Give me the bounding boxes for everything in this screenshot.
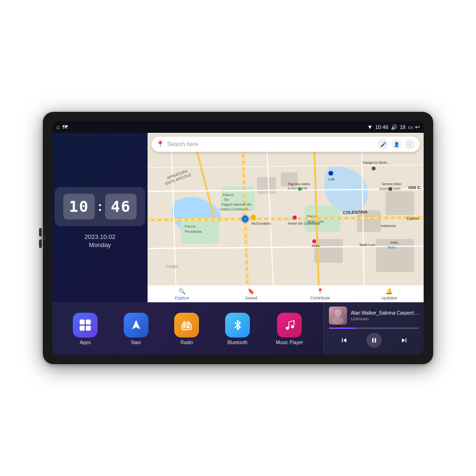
svg-rect-21 (293, 216, 297, 219)
music-info: Alan Walker_Sabrina Carpenter_F... Unkno… (329, 307, 419, 325)
svg-point-30 (312, 239, 316, 243)
date-text: 2023.10.02 (84, 233, 115, 240)
app-bluetooth[interactable]: Bluetooth (225, 313, 250, 345)
radio-label: Radio (180, 340, 193, 345)
day-text: Monday (84, 241, 115, 248)
app-navi[interactable]: Navi (124, 313, 149, 345)
svg-rect-48 (86, 319, 91, 325)
map-bottom-bar: 🔍 Explore 🔖 Saved 📍 Contribute (148, 285, 424, 302)
status-left: ⌂ 🗺 (56, 124, 68, 130)
car-head-unit: MIC RST ⌂ 🗺 ▼ 10:46 🔊 18 ▭ ↩ (43, 112, 433, 364)
top-section: 10 : 46 2023.10.02 Monday (52, 133, 424, 302)
svg-rect-10 (257, 177, 276, 194)
svg-rect-13 (386, 191, 414, 215)
navi-label: Navi (131, 340, 141, 345)
clock-hours: 10 (63, 194, 95, 219)
main-content: 10 : 46 2023.10.02 Monday (52, 133, 424, 355)
svg-text:Parcul: Parcul (185, 224, 196, 228)
music-controls (329, 333, 419, 348)
music-next-button[interactable] (397, 333, 412, 348)
clock-minutes: 46 (105, 194, 137, 219)
radio-icon: FM (174, 313, 199, 337)
svg-point-61 (332, 317, 344, 325)
svg-text:Service Moto: Service Moto (382, 182, 401, 186)
map-search-actions: 🎤 👤 ⋮ (378, 139, 415, 149)
svg-text:Institutului: Institutului (381, 224, 396, 228)
wifi-icon: ▼ (367, 124, 373, 130)
music-title: Alan Walker_Sabrina Carpenter_F... (351, 310, 419, 316)
svg-rect-63 (375, 338, 376, 342)
album-art (329, 307, 347, 325)
left-panel: 10 : 46 2023.10.02 Monday (52, 133, 148, 302)
music-play-button[interactable] (367, 333, 382, 348)
svg-text:Roka: Roka (312, 244, 319, 248)
svg-rect-47 (80, 319, 85, 325)
music-progress-bar[interactable] (329, 327, 419, 329)
svg-point-57 (286, 327, 289, 330)
map-search-bar[interactable]: 📍 Search here 🎤 👤 ⋮ (151, 137, 420, 152)
svg-point-53 (187, 326, 189, 328)
navi-icon (124, 313, 149, 337)
svg-text:Tei: Tei (224, 198, 228, 202)
music-details: Alan Walker_Sabrina Carpenter_F... Unkno… (351, 310, 419, 321)
music-player-label: Music Player (276, 340, 303, 345)
app-music[interactable]: Music Player (276, 313, 303, 345)
back-icon[interactable]: ↩ (415, 124, 420, 130)
music-thumbnail (329, 307, 347, 325)
map-tab-explore[interactable]: 🔍 Explore (148, 286, 217, 302)
map-search-input[interactable]: Search here (167, 141, 375, 148)
svg-text:COLENTINA: COLENTINA (343, 209, 368, 215)
svg-rect-50 (86, 326, 91, 331)
map-visual: Parcul Plumbuita Parcul Tei Parcul Motod… (148, 133, 424, 302)
svg-text:Instit...: Instit... (390, 241, 400, 244)
map-tab-saved-label: Saved (245, 296, 258, 300)
map-panel[interactable]: Parcul Plumbuita Parcul Tei Parcul Motod… (148, 133, 424, 302)
screen-icon[interactable]: ▭ (408, 124, 413, 130)
map-mic-icon[interactable]: 🎤 (378, 139, 388, 149)
app-radio[interactable]: FM Radio (174, 313, 199, 345)
side-buttons: MIC RST (39, 228, 42, 248)
home-icon[interactable]: ⌂ (56, 124, 60, 130)
map-tab-contribute[interactable]: 📍 Contribute (286, 286, 355, 302)
svg-text:la bon inscris: la bon inscris (288, 187, 307, 190)
rst-button[interactable] (39, 239, 42, 248)
date-widget: 2023.10.02 Monday (84, 233, 115, 248)
svg-text:Plumbuita: Plumbuita (185, 229, 202, 234)
clock-separator: : (98, 199, 102, 214)
map-profile-icon[interactable]: 👤 (391, 139, 402, 149)
clock-widget: 10 : 46 (55, 187, 145, 226)
svg-text:FM: FM (184, 321, 188, 324)
status-time: 10:46 (375, 124, 388, 130)
status-right: ▼ 10:46 🔊 18 ▭ ↩ (367, 124, 420, 130)
map-tab-updates[interactable]: 🔔 Updates (355, 286, 424, 302)
svg-text:ION C.: ION C. (408, 185, 422, 190)
bluetooth-icon (225, 313, 250, 337)
map-tab-updates-label: Updates (381, 296, 397, 300)
volume-icon: 🔊 (391, 124, 397, 130)
svg-rect-49 (80, 326, 85, 331)
music-player: Alan Walker_Sabrina Carpenter_F... Unkno… (324, 303, 424, 355)
svg-point-19 (250, 215, 256, 220)
music-prev-button[interactable] (337, 333, 352, 348)
battery-level: 18 (400, 124, 406, 130)
map-tab-saved[interactable]: 🔖 Saved (217, 286, 286, 302)
bottom-section: Apps Navi (52, 302, 424, 355)
svg-text:Faguri naturali din: Faguri naturali din (221, 202, 252, 207)
app-apps[interactable]: Apps (73, 313, 98, 345)
maps-shortcut-icon[interactable]: 🗺 (62, 124, 68, 130)
apps-section: Apps Navi (52, 303, 324, 355)
map-menu-icon[interactable]: ⋮ (405, 139, 415, 149)
svg-text:Hotel Sir Colentina: Hotel Sir Colentina (288, 221, 320, 226)
svg-text:Google: Google (166, 264, 178, 268)
svg-text:Lidl: Lidl (328, 177, 335, 181)
svg-text:Autorizat RAR: Autorizat RAR (379, 187, 400, 190)
music-artist: Unknown (351, 317, 419, 321)
svg-text:McDonald's: McDonald's (251, 221, 271, 226)
apps-icon (73, 313, 98, 337)
rst-label: RST (41, 238, 47, 240)
svg-point-60 (335, 309, 341, 317)
apps-label: Apps (80, 340, 91, 345)
contribute-icon: 📍 (317, 288, 324, 295)
map-container[interactable]: Parcul Plumbuita Parcul Tei Parcul Motod… (148, 133, 424, 302)
map-tab-contribute-label: Contribute (310, 296, 330, 300)
